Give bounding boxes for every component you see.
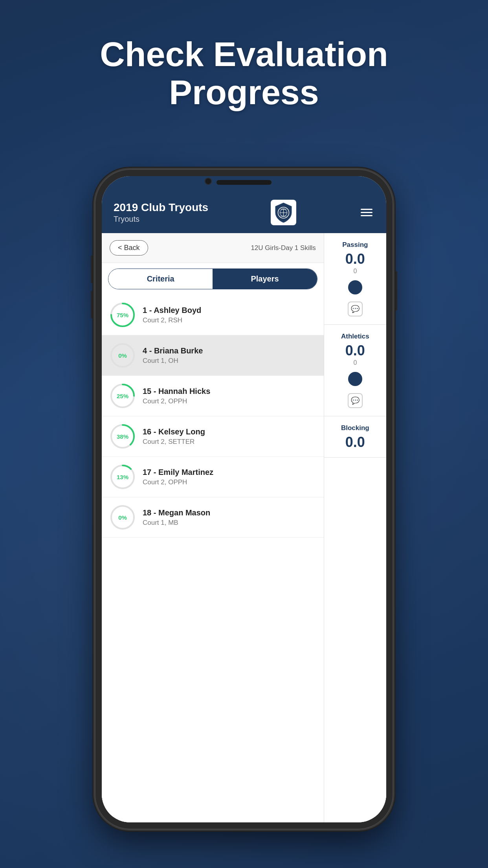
stat-value: 0.0 — [345, 344, 365, 358]
header-logo — [271, 200, 296, 225]
volume-up-button — [91, 256, 95, 283]
player-info: 1 - Ashley Boyd Court 2, RSH — [143, 306, 316, 324]
progress-circle: 0% — [110, 504, 136, 530]
player-info: 18 - Megan Mason Court 1, MB — [143, 508, 316, 527]
progress-label: 38% — [117, 433, 128, 440]
player-name: 15 - Hannah Hicks — [143, 387, 316, 396]
player-info: 16 - Kelsey Long Court 2, SETTER — [143, 427, 316, 446]
power-button — [393, 271, 397, 311]
header-title: 2019 Club Tryouts — [114, 201, 208, 214]
progress-circle: 25% — [110, 383, 136, 409]
stat-category: Blocking — [341, 424, 369, 432]
player-detail: Court 2, OPPH — [143, 397, 316, 405]
comment-icon[interactable]: 💬 — [348, 302, 363, 316]
tab-criteria[interactable]: Criteria — [108, 269, 213, 289]
phone-mockup: 2019 Club Tryouts Tryouts — [95, 169, 393, 829]
stat-category: Athletics — [341, 333, 369, 340]
progress-label: 0% — [118, 514, 127, 521]
progress-circle: 13% — [110, 464, 136, 490]
phone-camera — [205, 178, 212, 185]
menu-line-1 — [361, 209, 372, 210]
player-list: 75% 1 - Ashley Boyd Court 2, RSH 0% 4 - … — [102, 295, 324, 822]
player-detail: Court 1, OH — [143, 357, 316, 365]
phone-screen: 2019 Club Tryouts Tryouts — [102, 176, 386, 822]
progress-circle: 38% — [110, 423, 136, 449]
right-panel: Passing 0.0 0 💬 Athletics 0.0 0 💬 Blocki… — [324, 233, 386, 822]
stat-section-passing: Passing 0.0 0 💬 — [324, 233, 386, 325]
stat-section-athletics: Athletics 0.0 0 💬 — [324, 325, 386, 416]
progress-label: 0% — [118, 352, 127, 359]
player-name: 1 - Ashley Boyd — [143, 306, 316, 315]
player-detail: Court 2, SETTER — [143, 438, 316, 446]
header-subtitle: Tryouts — [114, 215, 208, 224]
tab-players[interactable]: Players — [213, 269, 317, 289]
header-title-group: 2019 Club Tryouts Tryouts — [114, 201, 208, 224]
player-item[interactable]: 38% 16 - Kelsey Long Court 2, SETTER — [102, 416, 324, 457]
stat-count: 0 — [353, 268, 357, 275]
stat-value: 0.0 — [345, 252, 365, 266]
player-item[interactable]: 75% 1 - Ashley Boyd Court 2, RSH — [102, 295, 324, 335]
app-content: 2019 Club Tryouts Tryouts — [102, 176, 386, 822]
progress-circle: 0% — [110, 342, 136, 368]
page-title: Check Evaluation Progress — [0, 35, 488, 112]
player-detail: Court 2, OPPH — [143, 478, 316, 486]
progress-circle: 75% — [110, 302, 136, 328]
player-item[interactable]: 25% 15 - Hannah Hicks Court 2, OPPH — [102, 376, 324, 416]
stat-value: 0.0 — [345, 435, 365, 449]
menu-line-2 — [361, 212, 372, 213]
progress-label: 75% — [117, 312, 128, 318]
menu-line-3 — [361, 215, 372, 216]
player-info: 4 - Briana Burke Court 1, OH — [143, 346, 316, 365]
comment-icon[interactable]: 💬 — [348, 393, 363, 408]
volume-down-button — [91, 291, 95, 318]
player-detail: Court 1, MB — [143, 519, 316, 527]
player-item[interactable]: 0% 18 - Megan Mason Court 1, MB — [102, 497, 324, 538]
phone-body: 2019 Club Tryouts Tryouts — [95, 169, 393, 829]
phone-speaker — [216, 180, 272, 185]
stat-category: Passing — [342, 241, 368, 249]
player-name: 18 - Megan Mason — [143, 508, 316, 517]
tab-switcher: Criteria Players — [108, 268, 317, 289]
progress-label: 13% — [117, 474, 128, 480]
stat-section-blocking: Blocking 0.0 — [324, 416, 386, 458]
player-name: 16 - Kelsey Long — [143, 427, 316, 436]
player-info: 15 - Hannah Hicks Court 2, OPPH — [143, 387, 316, 405]
app-main: < Back 12U Girls-Day 1 Skills Criteria P… — [102, 233, 386, 822]
progress-label: 25% — [117, 393, 128, 399]
player-info: 17 - Emily Martinez Court 2, OPPH — [143, 468, 316, 486]
stat-count: 0 — [353, 359, 357, 366]
back-bar: < Back 12U Girls-Day 1 Skills — [102, 233, 324, 263]
player-name: 17 - Emily Martinez — [143, 468, 316, 477]
left-panel: < Back 12U Girls-Day 1 Skills Criteria P… — [102, 233, 324, 822]
stat-dot — [348, 280, 362, 294]
player-detail: Court 2, RSH — [143, 316, 316, 324]
menu-button[interactable] — [359, 207, 374, 218]
back-button[interactable]: < Back — [110, 240, 148, 256]
player-name: 4 - Briana Burke — [143, 346, 316, 355]
logo-shield-icon — [273, 202, 294, 223]
session-label: 12U Girls-Day 1 Skills — [251, 244, 316, 252]
stat-dot — [348, 372, 362, 386]
player-item[interactable]: 0% 4 - Briana Burke Court 1, OH — [102, 335, 324, 376]
player-item[interactable]: 13% 17 - Emily Martinez Court 2, OPPH — [102, 457, 324, 497]
